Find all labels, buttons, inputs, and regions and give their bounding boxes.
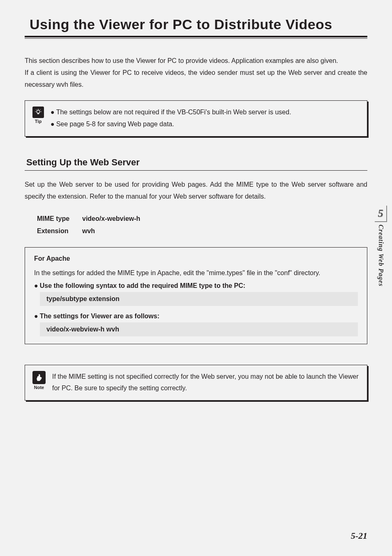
tip-body: ●The settings below are not required if … [51, 107, 360, 130]
title-rule-thin [25, 38, 367, 39]
title-rule-thick [25, 36, 367, 37]
note-callout: Note If the MIME setting is not specifie… [25, 365, 367, 401]
code-box-2: video/x-webview-h wvh [40, 322, 358, 336]
intro-p1: This section describes how to use the Vi… [25, 55, 367, 67]
page-number: 5-21 [351, 531, 367, 541]
chapter-num-wrap: 5 [375, 206, 387, 222]
chapter-tab: 5 Creating Web Pages [375, 206, 387, 287]
apache-frame: For Apache In the settings for added the… [25, 247, 367, 344]
svg-line-4 [36, 110, 37, 110]
tip-line2: See page 5-8 for saving Web page data. [56, 120, 174, 127]
intro-block: This section describes how to use the Vi… [25, 55, 367, 90]
mime-type-key: MIME type [37, 213, 82, 225]
hand-icon [32, 371, 46, 384]
apache-item2-text: The settings for Viewer are as follows: [40, 313, 159, 320]
apache-item2: ● The settings for Viewer are as follows… [34, 313, 358, 320]
code-box-1: type/subtype extension [40, 292, 358, 306]
note-label: Note [34, 385, 44, 390]
note-icon-block: Note [32, 371, 46, 390]
table-row: MIME type video/x-webview-h [37, 213, 367, 225]
bullet-icon: ● [34, 282, 38, 290]
page-title: Using the Viewer for PC to Distribute Vi… [25, 16, 367, 36]
table-row: Extension wvh [37, 225, 367, 237]
tip-callout: Tip ●The settings below are not required… [25, 100, 367, 137]
section-intro: Set up the Web server to be used for pro… [25, 179, 367, 203]
bullet-icon: ● [51, 109, 55, 116]
lightbulb-icon [32, 107, 44, 118]
bullet-icon: ● [34, 313, 38, 320]
extension-key: Extension [37, 225, 82, 237]
note-body: If the MIME setting is not specified cor… [52, 371, 360, 395]
apache-desc: In the settings for added the MIME type … [34, 267, 358, 278]
tip-label: Tip [35, 119, 42, 124]
apache-item1-text: Use the following syntax to add the requ… [40, 282, 245, 290]
bullet-icon: ● [51, 120, 55, 127]
section-heading: Setting Up the Web Server [25, 157, 367, 171]
chapter-title: Creating Web Pages [377, 225, 385, 287]
intro-p2: If a client is using the Viewer for PC t… [25, 67, 367, 91]
mime-type-val: video/x-webview-h [82, 213, 140, 225]
apache-title: For Apache [34, 255, 358, 262]
svg-line-5 [40, 110, 41, 110]
svg-point-0 [37, 110, 40, 114]
tip-line1: The settings below are not required if t… [56, 109, 291, 116]
chapter-number: 5 [378, 207, 383, 220]
extension-val: wvh [82, 225, 95, 237]
mime-table: MIME type video/x-webview-h Extension wv… [37, 213, 367, 238]
apache-item1: ● Use the following syntax to add the re… [34, 282, 358, 290]
tip-icon-block: Tip [32, 107, 44, 124]
